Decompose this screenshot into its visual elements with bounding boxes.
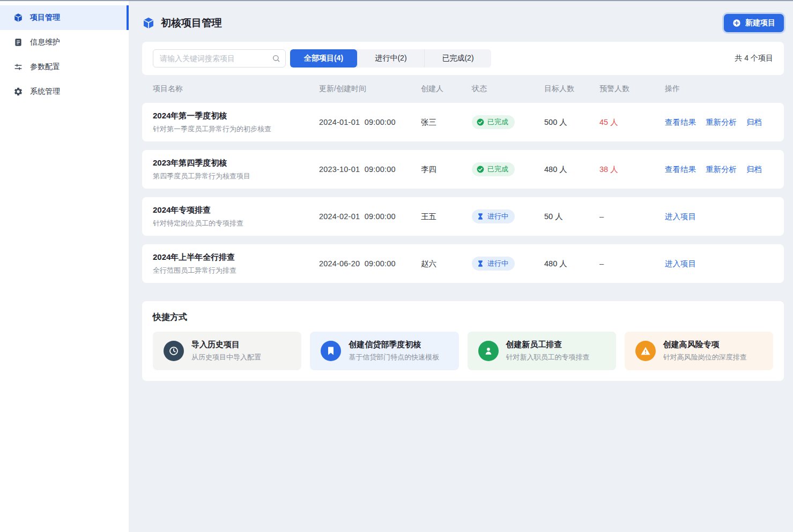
shortcut-card[interactable]: 创建信贷部季度初核 基于信贷部门特点的快速模板 [310,332,458,370]
project-title: 2024年专项排查 [153,205,319,215]
project-row: 2024年专项排查 针对特定岗位员工的专项排查 2024-02-01 09:00… [142,197,784,236]
project-target-count: 500 人 [544,117,599,128]
status-label: 已完成 [487,164,508,174]
shortcut-card[interactable]: 创建新员工排查 针对新入职员工的专项排查 [468,332,616,370]
status-badge: 已完成 [472,162,515,176]
page-title: 初核项目管理 [161,16,222,30]
shortcut-description: 基于信贷部门特点的快速模板 [349,353,439,362]
column-header: 预警人数 [599,84,665,94]
sidebar-item-label: 项目管理 [30,13,60,23]
project-target-count: 50 人 [544,212,599,222]
new-project-button-label: 新建项目 [745,18,775,28]
project-list: 2024年第一季度初核 针对第一季度员工异常行为的初步核查 2024-01-01… [142,103,784,283]
status-badge: 进行中 [472,257,515,271]
check-circle-icon [477,118,484,126]
project-description: 全行范围员工异常行为排查 [153,266,319,275]
filter-tab[interactable]: 已完成(2) [424,49,491,68]
sidebar-item-参数配置[interactable]: 参数配置 [0,55,129,79]
shortcut-description: 针对高风险岗位的深度排查 [663,353,747,362]
main-content: 初核项目管理 新建项目 全部项目(4)进行中(2)已完成(2) 共 4 个项目 … [129,0,793,532]
action-查看结果[interactable]: 查看结果 [665,164,696,175]
project-actions: 进入项目 [665,212,773,222]
project-name-cell: 2023年第四季度初核 第四季度员工异常行为核查项目 [153,158,319,181]
action-归档[interactable]: 归档 [746,164,762,175]
cube-icon [13,13,23,23]
shortcut-text: 创建新员工排查 针对新入职员工的专项排查 [506,340,590,362]
table-header: 项目名称更新/创建时间创建人状态目标人数预警人数操作 [142,75,784,103]
document-icon [13,38,23,47]
warning-triangle-icon [635,341,656,361]
project-target-count: 480 人 [544,259,599,269]
project-title: 2024年第一季度初核 [153,111,319,121]
filter-tab[interactable]: 进行中(2) [357,49,424,68]
column-header: 更新/创建时间 [319,84,421,94]
project-time: 2024-06-20 09:00:00 [319,259,421,268]
project-creator: 张三 [421,117,472,128]
project-description: 针对特定岗位员工的专项排查 [153,219,319,228]
status-badge: 已完成 [472,115,515,129]
shortcut-description: 从历史项目中导入配置 [191,353,261,362]
shortcut-card[interactable]: 创建高风险专项 针对高风险岗位的深度排查 [625,332,773,370]
project-row: 2024年第一季度初核 针对第一季度员工异常行为的初步核查 2024-01-01… [142,103,784,141]
sidebar-item-label: 参数配置 [30,62,60,72]
hourglass-icon [477,213,484,220]
page-header: 初核项目管理 新建项目 [142,0,784,32]
project-description: 针对第一季度员工异常行为的初步核查 [153,124,319,134]
project-warning-count: – [599,259,665,268]
toolbar: 全部项目(4)进行中(2)已完成(2) 共 4 个项目 [142,42,784,75]
project-row: 2024年上半年全行排查 全行范围员工异常行为排查 2024-06-20 09:… [142,244,784,283]
sidebar-item-label: 系统管理 [30,87,60,96]
column-header: 状态 [472,84,544,94]
action-进入项目[interactable]: 进入项目 [665,259,696,269]
clock-icon [164,341,184,361]
column-header: 项目名称 [153,84,319,94]
project-warning-count: – [599,212,665,221]
shortcut-text: 导入历史项目 从历史项目中导入配置 [191,340,261,362]
action-进入项目[interactable]: 进入项目 [665,212,696,222]
sliders-icon [13,62,23,72]
project-status-cell: 已完成 [472,115,544,129]
project-time: 2024-02-01 09:00:00 [319,212,421,221]
project-status-cell: 已完成 [472,162,544,176]
project-name-cell: 2024年第一季度初核 针对第一季度员工异常行为的初步核查 [153,111,319,134]
action-归档[interactable]: 归档 [746,117,762,128]
status-label: 进行中 [487,212,508,221]
shortcut-text: 创建信贷部季度初核 基于信贷部门特点的快速模板 [349,340,439,362]
project-name-cell: 2024年上半年全行排查 全行范围员工异常行为排查 [153,252,319,275]
cube-icon [142,17,155,29]
column-header: 创建人 [421,84,472,94]
sidebar: 项目管理 信息维护 参数配置 系统管理 [0,0,129,532]
gear-icon [13,87,23,96]
shortcut-title: 创建新员工排查 [506,340,590,350]
window-top-edge [0,0,793,1]
project-actions: 进入项目 [665,259,773,269]
shortcuts-title: 快捷方式 [153,312,773,323]
project-actions: 查看结果重新分析归档 [665,164,773,175]
sidebar-item-系统管理[interactable]: 系统管理 [0,79,129,104]
shortcut-card[interactable]: 导入历史项目 从历史项目中导入配置 [153,332,301,370]
new-project-button[interactable]: 新建项目 [724,14,784,32]
filter-tabs: 全部项目(4)进行中(2)已完成(2) [290,49,491,68]
project-creator: 王五 [421,212,472,222]
plus-circle-icon [732,19,741,27]
action-重新分析[interactable]: 重新分析 [706,164,737,175]
project-row: 2023年第四季度初核 第四季度员工异常行为核查项目 2023-10-01 09… [142,150,784,189]
shortcut-text: 创建高风险专项 针对高风险岗位的深度排查 [663,340,747,362]
search-icon[interactable] [272,54,280,63]
sidebar-item-信息维护[interactable]: 信息维护 [0,30,129,55]
shortcut-title: 导入历史项目 [191,340,261,350]
column-header: 操作 [665,84,773,94]
action-查看结果[interactable]: 查看结果 [665,117,696,128]
action-重新分析[interactable]: 重新分析 [706,117,737,128]
status-badge: 进行中 [472,209,515,223]
project-title: 2023年第四季度初核 [153,158,319,168]
sidebar-item-项目管理[interactable]: 项目管理 [0,5,129,30]
project-creator: 赵六 [421,259,472,269]
person-icon [478,341,499,361]
filter-tab[interactable]: 全部项目(4) [290,49,357,68]
project-status-cell: 进行中 [472,257,544,271]
project-status-cell: 进行中 [472,209,544,223]
search-input[interactable] [153,49,286,68]
project-time: 2023-10-01 09:00:00 [319,165,421,174]
column-header: 目标人数 [544,84,599,94]
